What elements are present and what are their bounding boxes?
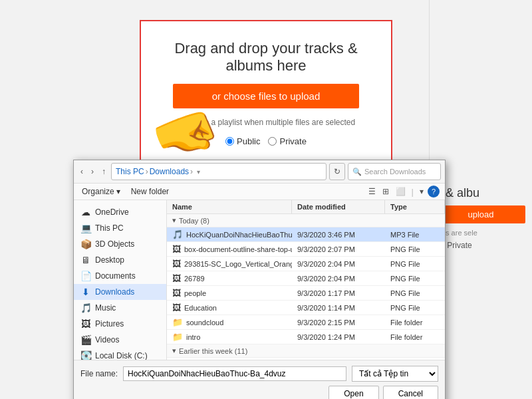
right-upload-btn[interactable]: upload [436, 205, 525, 223]
dialog-content: ☁ OneDrive 💻 This PC 📦 3D Objects 🖥 Desk… [74, 200, 445, 360]
file-type-cell: PNG File [385, 242, 445, 256]
file-icon: 🖼 [172, 244, 181, 254]
table-row[interactable]: 🖼 Untitled-1 9/1/2020 5:12 PM Adobe Phot… [167, 358, 445, 360]
privacy-row: Public Private [225, 136, 307, 146]
view-large-icons-button[interactable]: ⬜ [393, 186, 408, 198]
desktop-icon: 🖥 [80, 255, 91, 265]
sidebar-item-music[interactable]: 🎵 Music [74, 300, 166, 316]
filetype-select[interactable]: Tất cả Tệp tin [352, 366, 438, 382]
private-radio-label[interactable]: Private [268, 136, 306, 146]
file-name: soundcloud [186, 319, 223, 327]
cancel-button[interactable]: Cancel [383, 386, 438, 399]
table-row[interactable]: 🎵 HocKiQuanDoiNhacHieuBaoThuc-Ba_4d... 9… [167, 227, 445, 242]
new-folder-button[interactable]: New folder [128, 186, 172, 198]
table-row[interactable]: 📁 soundcloud 9/3/2020 2:15 PM File folde… [167, 315, 445, 330]
file-name: box-document-outline-share-top-upl... [184, 245, 292, 253]
file-icon: 📁 [172, 332, 183, 342]
header-name[interactable]: Name [167, 200, 292, 213]
help-button[interactable]: ? [428, 186, 440, 198]
group-today-label: Today (8) [179, 217, 209, 225]
dialog-sidebar: ☁ OneDrive 💻 This PC 📦 3D Objects 🖥 Desk… [74, 200, 167, 360]
file-date-cell: 9/3/2020 3:46 PM [292, 227, 385, 241]
file-type-cell: File folder [385, 315, 445, 329]
filename-row: File name: Tất cả Tệp tin [80, 366, 438, 382]
table-row[interactable]: 🖼 people 9/3/2020 1:17 PM PNG File [167, 286, 445, 301]
choose-files-button[interactable]: or choose files to upload [173, 84, 359, 108]
sidebar-label-music: Music [95, 303, 116, 313]
filename-label: File name: [80, 369, 118, 378]
address-bar: ‹ › ↑ This PC › Downloads › ▾ ↻ 🔍 Search… [74, 160, 445, 183]
playlist-checkbox[interactable] [177, 118, 186, 127]
view-buttons: ☰ ⊞ ⬜ | ▾ ? [366, 186, 440, 198]
private-radio[interactable] [268, 137, 277, 146]
file-type-cell: PNG File [385, 286, 445, 300]
playlist-label: Make a playlist when multiple files are … [190, 118, 355, 127]
group-earlier-label: Earlier this week (11) [179, 347, 247, 355]
sidebar-item-3dobjects[interactable]: 📦 3D Objects [74, 236, 166, 252]
view-options-button[interactable]: ▾ [417, 186, 426, 198]
file-name-cell: 🎵 HocKiQuanDoiNhacHieuBaoThuc-Ba_4d... [167, 227, 292, 241]
file-type-cell: MP3 File [385, 227, 445, 241]
address-thispc[interactable]: This PC [116, 167, 144, 176]
file-date-cell: 9/3/2020 1:17 PM [292, 286, 385, 300]
address-pill[interactable]: This PC › Downloads › ▾ [111, 163, 327, 180]
private-label: Private [279, 136, 306, 146]
file-name-cell: 📁 soundcloud [167, 315, 292, 329]
table-row[interactable]: 🖼 26789 9/3/2020 2:04 PM PNG File [167, 271, 445, 286]
table-row[interactable]: 🖼 Education 9/3/2020 1:14 PM PNG File [167, 301, 445, 315]
action-buttons: Open Cancel [80, 386, 438, 399]
table-row[interactable]: 📁 intro 9/3/2020 1:24 PM File folder [167, 330, 445, 344]
table-row[interactable]: 🖼 293815-SC_Logo_Vertical_Orange_2x-222.… [167, 257, 445, 271]
3dobjects-icon: 📦 [80, 239, 91, 249]
refresh-button[interactable]: ↻ [329, 163, 345, 180]
playlist-row: Make a playlist when multiple files are … [177, 118, 355, 127]
thispc-icon: 💻 [80, 223, 91, 233]
file-date-cell: 9/3/2020 1:14 PM [292, 301, 385, 315]
sidebar-label-thispc: This PC [95, 223, 124, 233]
sidebar-item-downloads[interactable]: ⬇ Downloads [74, 284, 166, 300]
header-date[interactable]: Date modified [292, 200, 385, 213]
address-downloads[interactable]: Downloads [150, 167, 189, 176]
filename-input[interactable] [123, 366, 346, 381]
file-list-header: Name Date modified Type [167, 200, 445, 214]
file-type-cell: PNG File [385, 271, 445, 285]
sidebar-label-desktop: Desktop [95, 255, 124, 265]
file-type-cell: Adobe Photo... [385, 358, 445, 360]
forward-button[interactable]: › [88, 166, 96, 178]
group-today-expand-icon: ▾ [172, 216, 176, 225]
sidebar-item-documents[interactable]: 📄 Documents [74, 268, 166, 284]
sidebar-item-pictures[interactable]: 🖼 Pictures [74, 316, 166, 332]
file-type-cell: File folder [385, 330, 445, 344]
file-name: 293815-SC_Logo_Vertical_Orange_2x-222... [184, 260, 292, 268]
file-icon: 🎵 [172, 229, 183, 239]
file-date-cell: 9/3/2020 1:24 PM [292, 330, 385, 344]
sidebar-item-desktop[interactable]: 🖥 Desktop [74, 252, 166, 268]
back-button[interactable]: ‹ [78, 166, 86, 178]
file-list-area: Name Date modified Type ▾ Today (8) 🎵 Ho… [167, 200, 445, 360]
file-name: HocKiQuanDoiNhacHieuBaoThuc-Ba_4d... [186, 231, 292, 239]
dialog-bottom: File name: Tất cả Tệp tin Open Cancel [74, 360, 445, 399]
file-date-cell: 9/3/2020 2:07 PM [292, 242, 385, 256]
table-row[interactable]: 🖼 box-document-outline-share-top-upl... … [167, 242, 445, 257]
organize-button[interactable]: Organize ▾ [79, 186, 123, 198]
sidebar-label-pictures: Pictures [95, 319, 124, 329]
file-name-cell: 🖼 Education [167, 301, 292, 315]
group-today: ▾ Today (8) [167, 214, 445, 227]
sidebar-item-onedrive[interactable]: ☁ OneDrive [74, 204, 166, 220]
view-details-button[interactable]: ⊞ [380, 186, 392, 198]
file-icon: 🖼 [172, 303, 181, 313]
sidebar-item-thispc[interactable]: 💻 This PC [74, 220, 166, 236]
public-radio-label[interactable]: Public [225, 136, 260, 146]
open-button[interactable]: Open [329, 386, 378, 399]
search-box[interactable]: 🔍 Search Downloads [348, 163, 441, 180]
up-button[interactable]: ↑ [99, 166, 108, 178]
sidebar-item-videos[interactable]: 🎬 Videos [74, 332, 166, 348]
address-dropdown-icon[interactable]: ▾ [197, 168, 200, 176]
toolbar-separator: | [412, 187, 414, 197]
public-radio[interactable] [225, 137, 234, 146]
sidebar-item-localc[interactable]: 💽 Local Disk (C:) [74, 348, 166, 360]
header-type[interactable]: Type [385, 200, 445, 213]
file-name: people [184, 289, 206, 297]
documents-icon: 📄 [80, 271, 91, 281]
view-list-button[interactable]: ☰ [366, 186, 378, 198]
